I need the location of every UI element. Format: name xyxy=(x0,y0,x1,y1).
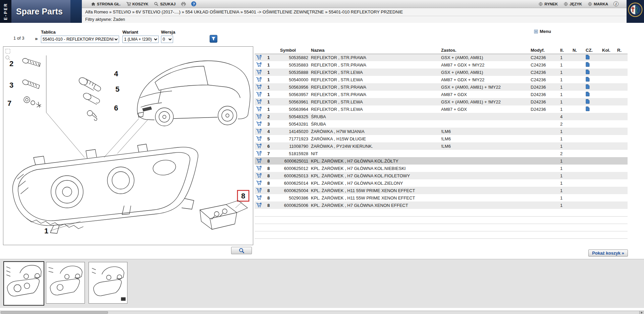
next-table-button[interactable]: » xyxy=(35,36,38,41)
add-to-cart-button[interactable] xyxy=(256,62,262,67)
callout-8[interactable]: 8 xyxy=(241,192,245,200)
market-label: RYNEK xyxy=(544,2,558,6)
table-row[interactable]: 150535883REFLEKTOR , STR.PRAWAAM87 + GDX… xyxy=(255,61,628,69)
callout-6[interactable]: 6 xyxy=(114,104,118,112)
scrollbar-thumb[interactable] xyxy=(1,311,108,314)
add-to-cart-button[interactable] xyxy=(256,180,262,185)
language-button[interactable]: JĘZYK xyxy=(563,2,582,6)
add-to-cart-button[interactable] xyxy=(256,150,262,156)
callout-ref-cell: 7 xyxy=(266,150,279,157)
breadcrumb[interactable]: Alfa Romeo » STELVIO » 6V STELVIO (2017-… xyxy=(82,8,627,16)
add-to-cart-button[interactable] xyxy=(256,202,262,208)
callout-ref-cell: 1 xyxy=(266,54,279,61)
table-row[interactable]: 150563964REFLEKTOR , STR.LEWAAM87 + GDXD… xyxy=(255,105,628,113)
add-to-cart-button[interactable] xyxy=(256,99,262,104)
table-row[interactable]: 150535888REFLEKTOR , STR.LEWAGSX + (AM00… xyxy=(255,69,628,76)
document-icon[interactable] xyxy=(586,107,590,112)
add-to-cart-button[interactable] xyxy=(256,69,262,75)
callout-ref-cell: 8 xyxy=(266,172,279,179)
table-row[interactable]: 150563956REFLEKTOR , STR.PRAWAGSX + (AM0… xyxy=(255,83,628,91)
add-to-cart-button[interactable] xyxy=(256,195,262,200)
table-row[interactable]: 571771923ŻARÓWKA , H15W DŁUGIE!LM61 xyxy=(255,135,628,142)
diagram-thumbnail-1-selected[interactable] xyxy=(3,261,44,306)
table-row[interactable]: 350543281ŚRUBA2 xyxy=(255,120,628,128)
table-row[interactable]: 86000625013KPL. ŻARÓWEK , H7 GŁÓWNA KOL.… xyxy=(255,172,628,179)
table-row[interactable]: 86000625004KPL. ŻARÓWEK , H11 55W PRIME … xyxy=(255,187,628,194)
part-doc-cell xyxy=(584,120,601,128)
part-name-cell: REFLEKTOR , STR.PRAWA xyxy=(310,54,440,61)
callout-3[interactable]: 3 xyxy=(9,81,13,89)
add-to-cart-button[interactable] xyxy=(256,165,262,171)
document-icon[interactable] xyxy=(586,70,590,75)
add-to-cart-button[interactable] xyxy=(256,158,262,163)
table-row[interactable]: 86000625012KPL. ŻARÓWEK , H7 GŁÓWNA KOL.… xyxy=(255,165,628,172)
table-row[interactable]: 150535882REFLEKTOR , STR.PRAWAGSX + (AM0… xyxy=(255,54,628,61)
table-row[interactable]: 414145020ŻARÓWKA , H7W MIJANIA!LM61 xyxy=(255,128,628,135)
table-row-empty xyxy=(255,224,628,231)
wersja-select[interactable]: 0 xyxy=(161,36,173,43)
part-modification-cell xyxy=(529,172,559,179)
cart-nav-button[interactable]: KOSZYK xyxy=(126,2,149,6)
document-icon[interactable] xyxy=(586,78,590,83)
part-application-cell: !LM6 xyxy=(440,128,529,135)
document-icon[interactable] xyxy=(586,63,590,68)
brand-select-button[interactable]: MARKA xyxy=(587,2,608,6)
part-kol-cell xyxy=(601,91,616,98)
add-to-cart-button[interactable] xyxy=(256,128,262,134)
menu-button[interactable]: Menu xyxy=(534,29,551,34)
language-globe-icon xyxy=(563,2,568,6)
add-to-cart-button[interactable] xyxy=(256,77,262,82)
add-to-cart-button[interactable] xyxy=(256,173,262,178)
document-icon[interactable] xyxy=(586,55,590,60)
table-row[interactable]: 611008790ŻARÓWKA , PY24W KIERUNK.!LM61 xyxy=(255,142,628,150)
add-to-cart-button[interactable] xyxy=(256,121,262,126)
tablica-select[interactable]: 55401-010 - REFLEKTORY PRZEDNIE xyxy=(41,36,119,43)
part-number-cell: 50535888 xyxy=(279,69,310,76)
table-row[interactable]: 250548325ŚRUBA4 xyxy=(255,113,628,120)
enlarge-diagram-button[interactable] xyxy=(231,247,252,254)
table-row[interactable]: 86000625006KPL. ŻARÓWEK , H7 GŁÓWNA XENO… xyxy=(255,201,628,209)
add-to-cart-button[interactable] xyxy=(256,84,262,89)
search-button[interactable]: SZUKAJ xyxy=(154,2,175,6)
table-row[interactable]: 150540000REFLEKTOR , STR.LEWAAM87 + GDX … xyxy=(255,76,628,83)
table-row[interactable]: 751815928NIT2 xyxy=(255,150,628,157)
info-button[interactable]: i xyxy=(613,1,619,6)
table-row[interactable]: 86000625011KPL. ŻARÓWEK , H7 GŁÓWNA KOL.… xyxy=(255,157,628,165)
table-row[interactable]: 150563957REFLEKTOR , STR.PRAWAAM87 + GDX… xyxy=(255,91,628,98)
document-icon[interactable] xyxy=(586,85,590,90)
document-icon[interactable] xyxy=(586,92,590,97)
market-button[interactable]: RYNEK xyxy=(538,2,558,6)
table-row[interactable]: 86000625014KPL. ŻARÓWEK , H7 GŁÓWNA KOL.… xyxy=(255,179,628,187)
callout-5[interactable]: 5 xyxy=(115,85,119,93)
horizontal-scrollbar[interactable] xyxy=(0,311,644,314)
add-to-cart-button[interactable] xyxy=(256,187,262,193)
filter-button[interactable] xyxy=(210,35,217,43)
document-icon[interactable] xyxy=(586,100,590,105)
diagram-thumbnail-2[interactable] xyxy=(46,262,85,304)
show-cart-button[interactable]: Pokaż koszyk » xyxy=(588,250,628,257)
scroll-right-button[interactable] xyxy=(639,311,644,314)
table-row[interactable]: 850290386KPL. ŻARÓWEK , H11 55W PRIME XE… xyxy=(255,194,628,201)
part-r-cell xyxy=(616,194,628,201)
print-button[interactable] xyxy=(181,2,186,6)
callout-4[interactable]: 4 xyxy=(114,70,118,78)
add-to-cart-button[interactable] xyxy=(256,114,262,119)
add-to-cart-button[interactable] xyxy=(256,106,262,111)
add-to-cart-button[interactable] xyxy=(256,143,262,148)
wariant-select[interactable]: 1 (LMA + !230) xyxy=(122,36,159,43)
part-r-cell xyxy=(616,61,628,69)
table-row[interactable]: 150563961REFLEKTOR , STR.LEWAGSX + (AM00… xyxy=(255,98,628,105)
diagram-panel: 2 3 7 4 5 6 1 8 xyxy=(3,46,253,245)
add-to-cart-button[interactable] xyxy=(256,91,262,97)
help-button[interactable]: ? xyxy=(191,1,196,6)
marquee-zoom-icon[interactable] xyxy=(6,49,10,53)
home-button[interactable]: STRONA GŁ. xyxy=(91,2,121,6)
app-logo: Spare Parts xyxy=(11,0,70,23)
callout-1[interactable]: 1 xyxy=(44,227,48,235)
callout-7[interactable]: 7 xyxy=(7,99,11,107)
add-to-cart-button[interactable] xyxy=(256,54,262,60)
diagram-thumbnail-3[interactable] xyxy=(89,262,127,304)
part-number-cell: 6000625013 xyxy=(279,172,310,179)
callout-2[interactable]: 2 xyxy=(9,59,13,68)
add-to-cart-button[interactable] xyxy=(256,136,262,141)
